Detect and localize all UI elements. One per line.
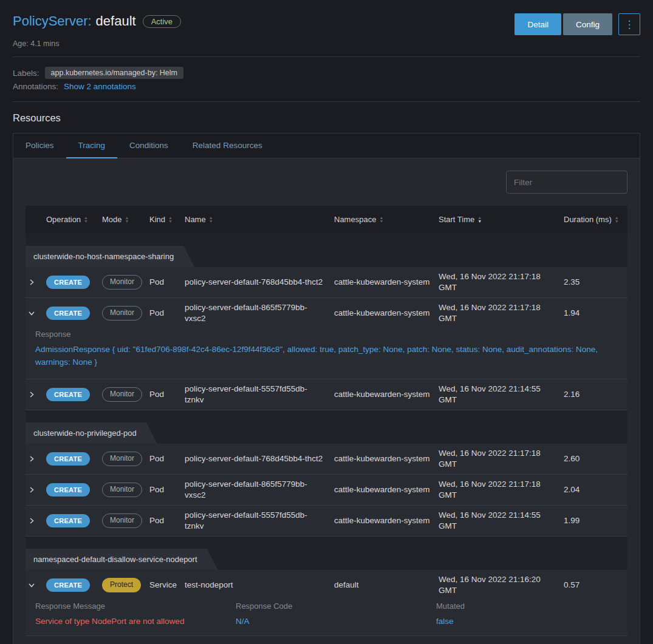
column-header-mode[interactable]: Mode ▲▼ [102, 215, 149, 225]
tab-bar: Policies Tracing Conditions Related Reso… [13, 134, 640, 158]
tab-policies[interactable]: Policies [13, 134, 66, 158]
chevron-down-icon[interactable] [28, 581, 35, 589]
table-row[interactable]: CREATE Monitor Pod policy-server-default… [26, 444, 627, 475]
chevron-right-icon[interactable] [28, 486, 35, 493]
show-annotations-link[interactable]: Show 2 annotations [64, 82, 136, 91]
tab-related-resources[interactable]: Related Resources [180, 134, 275, 158]
tracing-tab-panel: Operation ▲▼ Mode ▲▼ Kind ▲▼ Name ▲▼ [13, 158, 640, 644]
sort-icon: ▲▼ [168, 216, 173, 223]
sort-icon: ▲▼ [125, 216, 129, 223]
age-label: Age: 4.1 mins [13, 39, 640, 48]
row-detail-protect: Response Message Service of type NodePor… [26, 600, 627, 636]
table-row-expanded[interactable]: CREATE Monitor Pod policy-server-default… [26, 298, 627, 379]
name-cell: policy-server-default-768d45bb4-thct2 [185, 453, 334, 464]
table-row[interactable]: CREATE Monitor Pod policy-server-default… [26, 506, 627, 537]
chevron-right-icon[interactable] [28, 279, 35, 286]
kind-cell: Pod [149, 277, 185, 288]
operation-badge: CREATE [46, 483, 90, 497]
config-button[interactable]: Config [563, 13, 612, 35]
duration-cell: 2.60 [564, 453, 627, 464]
table-row[interactable]: CREATE Monitor Pod policy-server-default… [26, 379, 627, 410]
mutated-label: Mutated [436, 602, 618, 611]
chevron-down-icon[interactable] [28, 310, 35, 317]
group-name: namespaced-default-disallow-service-node… [26, 549, 218, 570]
sort-icon: ▲▼ [615, 216, 619, 223]
duration-cell: 1.94 [564, 308, 627, 319]
start-time-cell: Wed, 16 Nov 2022 21:14:55 GMT [439, 384, 564, 405]
column-header-namespace[interactable]: Namespace ▲▼ [334, 215, 439, 225]
mutated-block: Mutated false [436, 602, 618, 626]
resources-heading: Resources [13, 102, 640, 133]
column-header-name[interactable]: Name ▲▼ [185, 215, 334, 225]
mode-badge: Monitor [102, 306, 142, 320]
table-group-header: clusterwide-no-privileged-pod [26, 410, 627, 444]
table-group-header: clusterwide-no-host-namespace-sharing [26, 234, 627, 267]
chevron-right-icon[interactable] [28, 391, 35, 398]
mode-badge: Monitor [102, 387, 142, 402]
mode-badge: Monitor [102, 483, 142, 497]
operation-badge: CREATE [46, 307, 90, 320]
mode-badge: Monitor [102, 275, 142, 290]
column-header-duration[interactable]: Duration (ms) ▲▼ [564, 215, 627, 225]
sort-icon-active: ▲▼ [477, 216, 482, 223]
column-header-start-time[interactable]: Start Time ▲▼ [439, 215, 564, 225]
column-header-operation[interactable]: Operation ▲▼ [46, 215, 102, 225]
name-cell: policy-server-default-5557fd55db-tznkv [185, 510, 334, 531]
status-badge: Active [143, 15, 181, 28]
table-row[interactable]: CREATE Monitor Pod policy-server-default… [26, 267, 627, 298]
kind-cell: Pod [149, 453, 185, 464]
tab-conditions[interactable]: Conditions [117, 134, 180, 158]
table-row[interactable]: CREATE Monitor Pod policy-server-default… [26, 475, 627, 506]
response-code-value: N/A [236, 617, 436, 626]
duration-cell: 0.57 [564, 580, 627, 591]
operation-badge: CREATE [46, 514, 90, 527]
response-code-label: Response Code [236, 602, 436, 611]
operation-badge: CREATE [46, 578, 90, 592]
row-detail-response: Response AdmissionResponse { uid: "61fed… [26, 328, 627, 379]
duration-cell: 2.04 [564, 484, 627, 495]
group-name: clusterwide-no-privileged-pod [26, 422, 157, 444]
column-header-kind[interactable]: Kind ▲▼ [149, 215, 185, 225]
namespace-cell: cattle-kubewarden-system [334, 277, 439, 288]
filter-input[interactable] [506, 171, 627, 194]
chevron-right-icon[interactable] [28, 455, 35, 463]
name-cell: test-nodeport [185, 580, 334, 591]
kind-cell: Pod [149, 515, 185, 526]
labels-label: Labels: [13, 69, 39, 78]
mode-badge: Protect [102, 578, 141, 592]
namespace-cell: cattle-kubewarden-system [334, 308, 439, 319]
name-cell: policy-server-default-5557fd55db-tznkv [185, 384, 334, 405]
start-time-cell: Wed, 16 Nov 2022 21:17:18 GMT [439, 271, 564, 293]
tracing-table: Operation ▲▼ Mode ▲▼ Kind ▲▼ Name ▲▼ [26, 206, 627, 636]
tab-tracing[interactable]: Tracing [66, 134, 118, 158]
response-label: Response [35, 330, 618, 339]
start-time-cell: Wed, 16 Nov 2022 21:17:18 GMT [439, 479, 564, 500]
namespace-cell: cattle-kubewarden-system [334, 484, 439, 495]
mutated-value: false [436, 617, 618, 626]
chevron-right-icon[interactable] [28, 517, 35, 524]
kind-cell: Service [149, 580, 185, 591]
header-actions: Detail Config ⋮ [515, 13, 640, 35]
resource-name: default [96, 13, 136, 29]
operation-badge: CREATE [46, 452, 90, 466]
namespace-cell: cattle-kubewarden-system [334, 515, 439, 526]
label-chip: app.kubernetes.io/managed-by: Helm [45, 67, 183, 79]
namespace-cell: cattle-kubewarden-system [334, 453, 439, 464]
detail-button[interactable]: Detail [515, 13, 561, 35]
duration-cell: 2.35 [564, 277, 627, 288]
metadata-section: Labels: app.kubernetes.io/managed-by: He… [13, 57, 640, 101]
namespace-cell: default [334, 580, 439, 591]
table-row-expanded[interactable]: CREATE Protect Service test-nodeport def… [26, 570, 627, 636]
start-time-cell: Wed, 16 Nov 2022 21:17:18 GMT [439, 448, 564, 469]
page-header: PolicyServer: default Active Detail Conf… [13, 7, 640, 56]
duration-cell: 2.16 [564, 389, 627, 400]
start-time-cell: Wed, 16 Nov 2022 21:16:20 GMT [439, 574, 564, 595]
kind-cell: Pod [149, 484, 185, 495]
mode-badge: Monitor [102, 452, 142, 466]
start-time-cell: Wed, 16 Nov 2022 21:14:55 GMT [439, 510, 564, 531]
table-group-header: namespaced-default-disallow-service-node… [26, 537, 627, 570]
kebab-menu-button[interactable]: ⋮ [618, 13, 640, 35]
response-value: AdmissionResponse { uid: "61fed706-898f-… [35, 344, 618, 369]
kind-cell: Pod [149, 308, 185, 319]
response-code-block: Response Code N/A [236, 602, 436, 626]
